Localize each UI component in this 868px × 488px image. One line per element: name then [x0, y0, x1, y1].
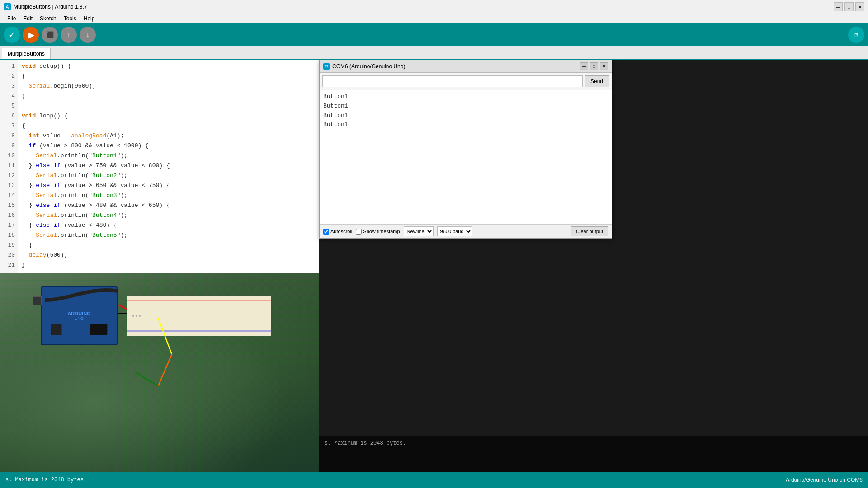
verify-button[interactable]: ✓ [4, 27, 20, 43]
maximize-button[interactable]: □ [844, 2, 854, 11]
svg-line-4 [136, 372, 158, 386]
serial-output-line-4: Button1 [323, 120, 608, 130]
line-num-18: 18 [0, 230, 18, 240]
line-num-4: 4 [0, 91, 18, 101]
autoscroll-checkbox[interactable] [323, 229, 329, 235]
clear-output-button[interactable]: Clear output [571, 226, 608, 236]
menu-bar: File Edit Sketch Tools Help [0, 14, 868, 23]
code-line-2: { [22, 71, 316, 81]
menu-tools[interactable]: Tools [60, 14, 80, 23]
code-line-13: } else if (value > 650 && value < 750) { [22, 181, 316, 191]
show-timestamp-label[interactable]: Show timestamp [356, 229, 400, 235]
tab-multiplebuttons[interactable]: MultipleButtons [2, 48, 51, 59]
code-line-14: Serial.println("Button3"); [22, 191, 316, 201]
main-layout: 1 2 3 4 5 6 7 8 9 10 11 12 13 14 15 16 1… [0, 60, 868, 488]
serial-output-line-3: Button1 [323, 111, 608, 121]
serial-bottom-bar: Autoscroll Show timestamp Newline 9600 b… [320, 224, 612, 238]
timestamp-checkbox[interactable] [356, 229, 362, 235]
serial-close-button[interactable]: ✕ [600, 62, 608, 70]
code-line-21: } [22, 260, 316, 270]
code-line-12: Serial.println("Button2"); [22, 171, 316, 181]
open-button[interactable]: ↑ [61, 27, 77, 43]
app-icon: A [4, 3, 11, 10]
autoscroll-label[interactable]: Autoscroll [323, 229, 352, 235]
status-message: s. Maximum is 2048 bytes. [5, 477, 87, 483]
code-line-7: { [22, 121, 316, 131]
save-button[interactable]: ↓ [80, 27, 96, 43]
upload-button[interactable]: ▶ [23, 27, 39, 43]
serial-output-line-1: Button1 [323, 92, 608, 102]
newline-select[interactable]: Newline [404, 226, 434, 236]
line-num-21: 21 [0, 260, 18, 270]
console-text: s. Maximum is 2048 bytes. [325, 439, 863, 448]
serial-output-line-2: Button1 [323, 102, 608, 111]
code-line-15: } else if (value > 480 && value < 650) { [22, 201, 316, 211]
line-num-11: 11 [0, 161, 18, 171]
tab-bar: MultipleButtons [0, 46, 868, 60]
line-num-20: 20 [0, 250, 18, 260]
line-num-6: 6 [0, 111, 18, 121]
svg-line-3 [158, 354, 172, 386]
serial-dialog-icon: ⊡ [323, 63, 330, 70]
line-num-12: 12 [0, 171, 18, 181]
code-line-20: delay(500); [22, 250, 316, 260]
line-numbers: 1 2 3 4 5 6 7 8 9 10 11 12 13 14 15 16 1… [0, 60, 18, 273]
serial-minimize-button[interactable]: — [580, 62, 588, 70]
app-title: MultipleButtons | Arduino 1.8.7 [14, 4, 87, 10]
send-button[interactable]: Send [585, 75, 609, 87]
line-num-19: 19 [0, 240, 18, 250]
line-num-10: 10 [0, 151, 18, 161]
line-num-7: 7 [0, 121, 18, 131]
code-line-19: } [22, 240, 316, 250]
close-button[interactable]: ✕ [855, 2, 864, 11]
svg-line-0 [118, 305, 127, 309]
line-num-13: 13 [0, 181, 18, 191]
line-num-17: 17 [0, 221, 18, 230]
line-num-3: 3 [0, 81, 18, 91]
line-num-5: 5 [0, 101, 18, 111]
menu-file[interactable]: File [4, 14, 19, 23]
console-area: s. Maximum is 2048 bytes. [319, 436, 868, 472]
code-editor: 1 2 3 4 5 6 7 8 9 10 11 12 13 14 15 16 1… [0, 60, 319, 273]
board-info: Arduino/Genuino Uno on COM6 [786, 477, 863, 483]
line-num-16: 16 [0, 211, 18, 221]
line-num-14: 14 [0, 191, 18, 201]
code-line-3: Serial.begin(9600); [22, 81, 316, 91]
line-num-2: 2 [0, 71, 18, 81]
code-line-17: } else if (value < 480) { [22, 221, 316, 230]
autoscroll-text: Autoscroll [330, 229, 352, 234]
svg-line-2 [158, 318, 172, 354]
timestamp-text: Show timestamp [363, 229, 400, 234]
menu-edit[interactable]: Edit [19, 14, 36, 23]
right-pane: ⊡ COM6 (Arduino/Genuino Uno) — □ ✕ Send [319, 60, 868, 488]
serial-monitor-button[interactable]: ⊡ [848, 27, 864, 43]
serial-monitor: ⊡ COM6 (Arduino/Genuino Uno) — □ ✕ Send [319, 60, 612, 239]
code-line-16: Serial.println("Button4"); [22, 211, 316, 221]
code-line-11: } else if (value > 750 && value < 800) { [22, 161, 316, 171]
wires-svg [0, 273, 319, 488]
minimize-button[interactable]: — [834, 2, 843, 11]
code-line-8: int value = analogRead(A1); [22, 131, 316, 141]
menu-help[interactable]: Help [80, 14, 99, 23]
line-num-15: 15 [0, 201, 18, 211]
code-text-area[interactable]: void setup() { { Serial.begin(9600); } v… [18, 60, 319, 273]
code-line-4: } [22, 91, 316, 101]
line-num-8: 8 [0, 131, 18, 141]
code-line-9: if (value > 800 && value < 1000) { [22, 141, 316, 151]
code-line-10: Serial.println("Button1"); [22, 151, 316, 161]
serial-output: Button1 Button1 Button1 Button1 [320, 90, 612, 224]
toolbar: ✓ ▶ ⬛ ↑ ↓ ⊡ [0, 23, 868, 46]
code-line-5 [22, 101, 316, 111]
line-num-9: 9 [0, 141, 18, 151]
serial-maximize-button[interactable]: □ [590, 62, 598, 70]
serial-input-row: Send [320, 73, 612, 90]
serial-title-bar: ⊡ COM6 (Arduino/Genuino Uno) — □ ✕ [320, 60, 612, 73]
baud-select[interactable]: 9600 baud [437, 226, 472, 236]
serial-input-field[interactable] [322, 75, 583, 87]
code-line-1: void setup() { [22, 61, 316, 71]
circuit-image: ARDUINO UNO [0, 273, 319, 488]
menu-sketch[interactable]: Sketch [36, 14, 60, 23]
title-bar: A MultipleButtons | Arduino 1.8.7 — □ ✕ [0, 0, 868, 14]
code-line-18: Serial.println("Button5"); [22, 230, 316, 240]
new-button[interactable]: ⬛ [42, 27, 58, 43]
